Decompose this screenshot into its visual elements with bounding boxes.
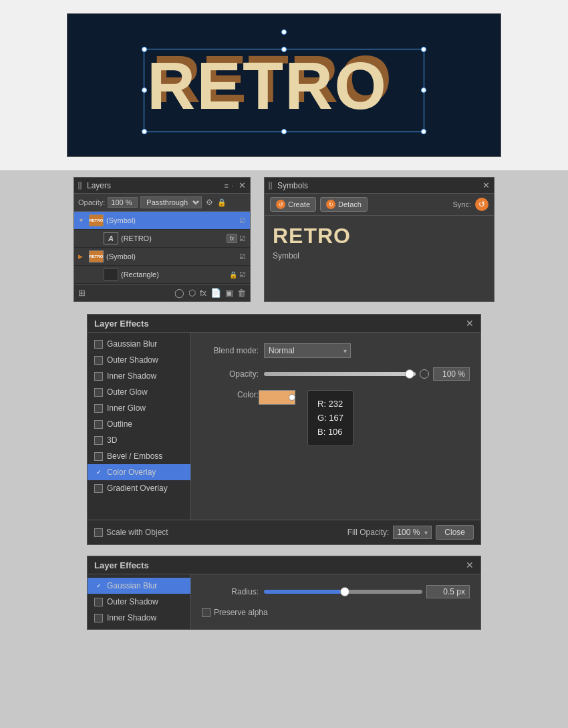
effect2-cb-inner-shadow[interactable] [94,614,103,622]
effect2-inner-shadow[interactable]: Inner Shadow [88,610,190,626]
effect-gaussian-blur[interactable]: Gaussian Blur [88,336,190,352]
opacity-input[interactable] [108,197,138,208]
radius-slider-thumb[interactable] [340,587,349,596]
layer-item-0[interactable]: ▼ RETRO (Symbol) ☑ [74,212,250,230]
create-icon: ↺ [276,200,285,209]
layers-menu-icon[interactable]: ≡ [225,182,229,190]
layers-titlebar: Layers ≡ · ✕ [74,178,250,194]
layer-vis-3[interactable]: ☑ [239,270,246,279]
effect-inner-shadow[interactable]: Inner Shadow [88,368,190,384]
handle-bc[interactable] [281,129,287,134]
color-setting-label: Color: [202,390,259,399]
scale-checkbox[interactable] [94,528,103,537]
effect-cb-color-overlay[interactable] [94,468,103,477]
effect-name-inner-glow: Inner Glow [107,403,146,413]
blend-mode-dropdown[interactable]: Normal [264,343,351,358]
layer-vis-0[interactable]: ☑ [239,216,246,225]
layer-thumb-3 [104,268,118,281]
handle-tr[interactable] [421,47,426,52]
effect2-gaussian-blur[interactable]: Gaussian Blur [88,578,190,594]
layer-thumb-1: A [104,232,118,244]
canvas-frame: RETRO RETRO [67,13,501,157]
layer-vis-1[interactable]: ☑ [239,234,246,243]
radius-slider-track[interactable] [264,590,422,594]
opacity-slider-row: 100 % [264,367,470,381]
blend-mode-select[interactable]: Passthrough [140,196,202,208]
layers-dots-icon[interactable]: · [231,182,233,190]
effect-cb-inner-shadow[interactable] [94,372,103,381]
symbols-close-btn[interactable]: ✕ [482,180,490,190]
effect-gradient-overlay[interactable]: Gradient Overlay [88,480,190,496]
layer-item-1[interactable]: A (RETRO) fx ☑ [74,230,250,248]
effects-close-1[interactable]: ✕ [466,318,474,329]
effect-name-inner-shadow: Inner Shadow [107,371,156,381]
effect-bevel-emboss[interactable]: Bevel / Emboss [88,448,190,464]
effects-close-2[interactable]: ✕ [466,560,474,570]
layers-add-vector-icon[interactable]: ⬡ [188,288,196,298]
retro-main-text: RETRO [147,52,388,119]
layers-group-icon[interactable]: ▣ [225,288,233,298]
effect-outline[interactable]: Outline [88,416,190,432]
layer-name-0: (Symbol) [106,216,237,224]
effect-cb-outer-glow[interactable] [94,388,103,397]
effect-cb-outline[interactable] [94,420,103,429]
layer-name-3: (Rectangle) [121,270,227,279]
effect-cb-3d[interactable] [94,436,103,445]
layer-icons-0: ☑ [239,216,246,225]
color-row: Color: R: 232 G: 167 B: 106 [202,390,470,446]
detach-symbol-button[interactable]: ↻ Detach [320,197,368,212]
layer-fx-icon-1[interactable]: fx [227,234,237,243]
blend-mode-wrapper: Passthrough [140,196,202,208]
handle-mr[interactable] [421,87,426,93]
effect-cb-outer-shadow[interactable] [94,356,103,365]
layer-vis-2[interactable]: ☑ [239,252,246,261]
effect2-cb-gaussian[interactable] [94,582,103,590]
handle-top-ext[interactable] [281,29,287,35]
color-popup: R: 232 G: 167 B: 106 [307,390,353,446]
effects-title-1: Layer Effects [94,319,149,329]
layers-new-icon[interactable]: 📄 [210,288,221,298]
effects-bottom-bar-1: Scale with Object Fill Opacity: 100 % Cl… [88,520,480,544]
opacity-slider-thumb[interactable] [405,369,414,379]
opacity-value-display: 100 % [433,367,470,381]
symbols-content: RETRO Symbol [265,216,494,268]
layer-item-2[interactable]: ▶ RETRO (Symbol) ☑ [74,248,250,266]
effect-cb-inner-glow[interactable] [94,404,103,413]
detach-label: Detach [338,200,362,208]
effect-outer-shadow[interactable]: Outer Shadow [88,352,190,368]
effect-3d[interactable]: 3D [88,432,190,448]
color-g-value: G: 167 [317,411,343,425]
layers-close-btn[interactable]: ✕ [239,180,246,190]
create-symbol-button[interactable]: ↺ Create [270,197,316,212]
effects-panel-2-wrapper: Layer Effects ✕ Gaussian Blur Outer Shad… [0,556,568,636]
handle-ml[interactable] [142,87,147,93]
effect-cb-bevel[interactable] [94,452,103,461]
effect-cb-gradient-overlay[interactable] [94,484,103,493]
opacity-slider-track[interactable] [264,372,416,376]
sync-icon[interactable]: ↺ [475,198,488,211]
layers-add-bitmap-icon[interactable]: ◯ [174,288,184,298]
effect-cb-gaussian[interactable] [94,340,103,349]
layer-item-3[interactable]: (Rectangle) 🔒 ☑ [74,266,250,284]
handle-bl[interactable] [142,129,147,134]
effect-inner-glow[interactable]: Inner Glow [88,400,190,416]
effect-outer-glow[interactable]: Outer Glow [88,384,190,400]
fill-opacity-select[interactable]: 100 % [393,526,432,539]
handle-tl[interactable] [142,47,147,52]
effect2-cb-outer-shadow[interactable] [94,598,103,606]
effect-name-outline: Outline [107,419,132,429]
color-swatch[interactable] [259,390,295,405]
layers-gear-btn[interactable]: ⚙ [204,198,215,207]
layers-delete-icon[interactable]: 🗑 [237,288,246,298]
handle-br[interactable] [421,129,426,134]
layers-fx-bottom-icon[interactable]: fx [200,288,206,298]
effect2-outer-shadow[interactable]: Outer Shadow [88,594,190,610]
effect-color-overlay[interactable]: Color Overlay [88,464,190,480]
symbols-title: Symbols [277,181,477,190]
opacity-row: Opacity: 100 % [202,367,470,381]
layers-lock-btn[interactable]: 🔒 [217,198,227,207]
effects-close-button-1[interactable]: Close [436,525,474,540]
layers-stack-icon[interactable]: ⊞ [78,288,86,298]
preserve-alpha-checkbox[interactable] [202,608,210,617]
layer-arrow-0: ▼ [78,217,86,224]
